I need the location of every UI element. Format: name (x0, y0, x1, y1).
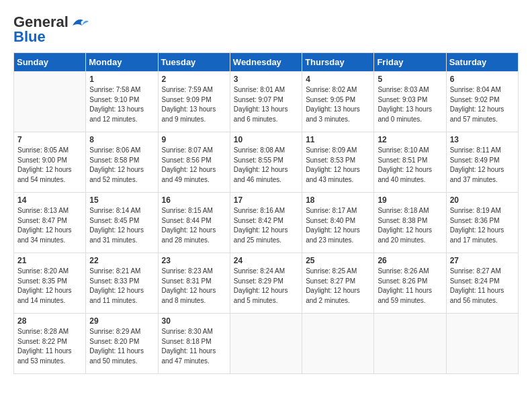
calendar-cell: 21 Sunrise: 8:20 AM Sunset: 8:35 PM Dayl… (14, 253, 86, 314)
day-number: 16 (162, 195, 226, 205)
calendar-cell: 23 Sunrise: 8:23 AM Sunset: 8:31 PM Dayl… (158, 253, 230, 314)
calendar-cell (230, 314, 302, 374)
cell-info: Sunrise: 8:15 AM Sunset: 8:44 PM Dayligh… (162, 206, 226, 245)
cell-info: Sunrise: 8:17 AM Sunset: 8:40 PM Dayligh… (306, 206, 370, 245)
day-number: 24 (234, 256, 298, 265)
calendar-cell: 19 Sunrise: 8:18 AM Sunset: 8:38 PM Dayl… (374, 193, 446, 253)
day-number: 29 (89, 316, 154, 326)
cell-info: Sunrise: 8:21 AM Sunset: 8:33 PM Dayligh… (89, 267, 154, 306)
cell-info: Sunrise: 8:08 AM Sunset: 8:55 PM Dayligh… (234, 146, 298, 185)
cell-info: Sunrise: 8:10 AM Sunset: 8:51 PM Dayligh… (378, 146, 442, 185)
calendar-cell: 29 Sunrise: 8:29 AM Sunset: 8:20 PM Dayl… (86, 314, 158, 374)
calendar-cell: 13 Sunrise: 8:11 AM Sunset: 8:49 PM Dayl… (446, 132, 518, 193)
header-cell-tuesday: Tuesday (158, 53, 230, 72)
calendar-cell: 22 Sunrise: 8:21 AM Sunset: 8:33 PM Dayl… (86, 253, 158, 314)
cell-info: Sunrise: 8:23 AM Sunset: 8:31 PM Dayligh… (162, 267, 226, 306)
calendar-cell: 27 Sunrise: 8:27 AM Sunset: 8:24 PM Dayl… (446, 253, 518, 314)
calendar-cell: 15 Sunrise: 8:14 AM Sunset: 8:45 PM Dayl… (86, 193, 158, 253)
calendar-cell: 20 Sunrise: 8:19 AM Sunset: 8:36 PM Dayl… (446, 193, 518, 253)
day-number: 12 (378, 135, 442, 144)
calendar-cell: 10 Sunrise: 8:08 AM Sunset: 8:55 PM Dayl… (230, 132, 302, 193)
page-header: General Blue (13, 13, 519, 46)
cell-info: Sunrise: 8:02 AM Sunset: 9:05 PM Dayligh… (306, 85, 370, 124)
header-cell-friday: Friday (374, 53, 446, 72)
header-row: SundayMondayTuesdayWednesdayThursdayFrid… (14, 53, 519, 72)
calendar-cell: 6 Sunrise: 8:04 AM Sunset: 9:02 PM Dayli… (446, 72, 518, 132)
day-number: 19 (378, 195, 442, 205)
header-cell-thursday: Thursday (302, 53, 374, 72)
cell-info: Sunrise: 8:13 AM Sunset: 8:47 PM Dayligh… (17, 206, 82, 245)
calendar-cell: 28 Sunrise: 8:28 AM Sunset: 8:22 PM Dayl… (14, 314, 86, 374)
cell-info: Sunrise: 8:16 AM Sunset: 8:42 PM Dayligh… (234, 206, 298, 245)
calendar-table: SundayMondayTuesdayWednesdayThursdayFrid… (13, 52, 519, 374)
cell-info: Sunrise: 8:19 AM Sunset: 8:36 PM Dayligh… (450, 206, 515, 245)
calendar-cell: 18 Sunrise: 8:17 AM Sunset: 8:40 PM Dayl… (302, 193, 374, 253)
day-number: 9 (162, 135, 226, 144)
week-row-0: 1 Sunrise: 7:58 AM Sunset: 9:10 PM Dayli… (14, 72, 519, 132)
week-row-2: 14 Sunrise: 8:13 AM Sunset: 8:47 PM Dayl… (14, 193, 519, 253)
cell-info: Sunrise: 8:09 AM Sunset: 8:53 PM Dayligh… (306, 146, 370, 185)
calendar-cell: 8 Sunrise: 8:06 AM Sunset: 8:58 PM Dayli… (86, 132, 158, 193)
cell-info: Sunrise: 8:26 AM Sunset: 8:26 PM Dayligh… (378, 267, 442, 306)
cell-info: Sunrise: 8:14 AM Sunset: 8:45 PM Dayligh… (89, 206, 154, 245)
logo-bird-icon (70, 16, 89, 28)
cell-info: Sunrise: 8:28 AM Sunset: 8:22 PM Dayligh… (17, 327, 82, 366)
header-cell-wednesday: Wednesday (230, 53, 302, 72)
cell-info: Sunrise: 8:18 AM Sunset: 8:38 PM Dayligh… (378, 206, 442, 245)
calendar-cell: 17 Sunrise: 8:16 AM Sunset: 8:42 PM Dayl… (230, 193, 302, 253)
logo-blue: Blue (13, 28, 46, 46)
cell-info: Sunrise: 8:11 AM Sunset: 8:49 PM Dayligh… (450, 146, 515, 185)
calendar-cell: 5 Sunrise: 8:03 AM Sunset: 9:03 PM Dayli… (374, 72, 446, 132)
cell-info: Sunrise: 8:01 AM Sunset: 9:07 PM Dayligh… (234, 85, 298, 124)
day-number: 2 (162, 75, 226, 84)
day-number: 17 (234, 195, 298, 205)
day-number: 6 (450, 75, 515, 84)
calendar-cell: 14 Sunrise: 8:13 AM Sunset: 8:47 PM Dayl… (14, 193, 86, 253)
cell-info: Sunrise: 8:20 AM Sunset: 8:35 PM Dayligh… (17, 267, 82, 306)
cell-info: Sunrise: 7:58 AM Sunset: 9:10 PM Dayligh… (89, 85, 154, 124)
day-number: 26 (378, 256, 442, 265)
cell-info: Sunrise: 8:27 AM Sunset: 8:24 PM Dayligh… (450, 267, 515, 306)
day-number: 10 (234, 135, 298, 144)
calendar-cell: 3 Sunrise: 8:01 AM Sunset: 9:07 PM Dayli… (230, 72, 302, 132)
calendar-cell: 2 Sunrise: 7:59 AM Sunset: 9:09 PM Dayli… (158, 72, 230, 132)
day-number: 23 (162, 256, 226, 265)
day-number: 22 (89, 256, 154, 265)
cell-info: Sunrise: 8:04 AM Sunset: 9:02 PM Dayligh… (450, 85, 515, 124)
calendar-cell: 11 Sunrise: 8:09 AM Sunset: 8:53 PM Dayl… (302, 132, 374, 193)
day-number: 11 (306, 135, 370, 144)
day-number: 20 (450, 195, 515, 205)
week-row-4: 28 Sunrise: 8:28 AM Sunset: 8:22 PM Dayl… (14, 314, 519, 374)
calendar-cell: 24 Sunrise: 8:24 AM Sunset: 8:29 PM Dayl… (230, 253, 302, 314)
day-number: 18 (306, 195, 370, 205)
calendar-cell: 30 Sunrise: 8:30 AM Sunset: 8:18 PM Dayl… (158, 314, 230, 374)
header-cell-sunday: Sunday (14, 53, 86, 72)
cell-info: Sunrise: 8:03 AM Sunset: 9:03 PM Dayligh… (378, 85, 442, 124)
cell-info: Sunrise: 8:07 AM Sunset: 8:56 PM Dayligh… (162, 146, 226, 185)
cell-info: Sunrise: 8:06 AM Sunset: 8:58 PM Dayligh… (89, 146, 154, 185)
day-number: 8 (89, 135, 154, 144)
calendar-cell: 7 Sunrise: 8:05 AM Sunset: 9:00 PM Dayli… (14, 132, 86, 193)
calendar-cell: 16 Sunrise: 8:15 AM Sunset: 8:44 PM Dayl… (158, 193, 230, 253)
logo: General Blue (13, 13, 89, 46)
day-number: 4 (306, 75, 370, 84)
calendar-cell: 26 Sunrise: 8:26 AM Sunset: 8:26 PM Dayl… (374, 253, 446, 314)
cell-info: Sunrise: 8:25 AM Sunset: 8:27 PM Dayligh… (306, 267, 370, 306)
day-number: 27 (450, 256, 515, 265)
header-cell-monday: Monday (86, 53, 158, 72)
calendar-cell: 9 Sunrise: 8:07 AM Sunset: 8:56 PM Dayli… (158, 132, 230, 193)
day-number: 28 (17, 316, 82, 326)
day-number: 3 (234, 75, 298, 84)
cell-info: Sunrise: 7:59 AM Sunset: 9:09 PM Dayligh… (162, 85, 226, 124)
calendar-cell (374, 314, 446, 374)
week-row-3: 21 Sunrise: 8:20 AM Sunset: 8:35 PM Dayl… (14, 253, 519, 314)
calendar-cell (14, 72, 86, 132)
cell-info: Sunrise: 8:05 AM Sunset: 9:00 PM Dayligh… (17, 146, 82, 185)
cell-info: Sunrise: 8:29 AM Sunset: 8:20 PM Dayligh… (89, 327, 154, 366)
header-cell-saturday: Saturday (446, 53, 518, 72)
day-number: 25 (306, 256, 370, 265)
calendar-cell: 25 Sunrise: 8:25 AM Sunset: 8:27 PM Dayl… (302, 253, 374, 314)
calendar-cell (302, 314, 374, 374)
calendar-cell (446, 314, 518, 374)
day-number: 5 (378, 75, 442, 84)
